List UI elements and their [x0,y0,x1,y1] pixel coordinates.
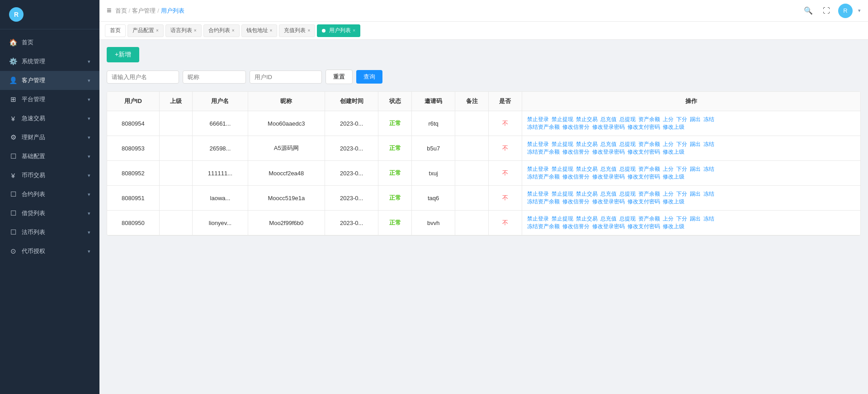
action-资产余额-0[interactable]: 资产余额 [638,116,660,123]
nickname-input[interactable] [183,70,246,84]
action-总提现-4[interactable]: 总提现 [619,215,636,223]
action-冻结资产余额-3[interactable]: 冻结资产余额 [527,198,560,206]
action-禁止交易-2[interactable]: 禁止交易 [576,165,598,173]
sidebar-item-wealth[interactable]: ⚙ 理财产品 ▾ [0,128,99,147]
action-修改上级-0[interactable]: 修改上级 [663,123,684,131]
action-修改登录密码-4[interactable]: 修改登录密码 [592,223,625,230]
action-修改信誉分-1[interactable]: 修改信誉分 [562,148,590,156]
action-总充值-4[interactable]: 总充值 [600,215,617,223]
action-总提现-0[interactable]: 总提现 [619,116,636,123]
tab-product_config[interactable]: 产品配置 × [127,24,164,37]
action-修改信誉分-3[interactable]: 修改信誉分 [562,198,590,206]
action-修改支付密码-2[interactable]: 修改支付密码 [627,173,660,181]
action-修改支付密码-0[interactable]: 修改支付密码 [627,123,660,131]
tab-close-lang_list[interactable]: × [194,28,197,33]
action-冻结资产余额-1[interactable]: 冻结资产余额 [527,148,560,156]
action-冻结资产余额-4[interactable]: 冻结资产余额 [527,223,560,230]
action-踢出-3[interactable]: 踢出 [690,190,701,198]
action-资产余额-2[interactable]: 资产余额 [638,165,660,173]
sidebar-item-quick_trade[interactable]: ¥ 急速交易 ▾ [0,109,99,128]
action-修改信誉分-4[interactable]: 修改信誉分 [562,223,590,230]
sidebar-item-loan[interactable]: ☐ 借贷列表 ▾ [0,204,99,223]
tab-close-recharge_list[interactable]: × [307,28,310,33]
query-button[interactable]: 查询 [356,70,382,84]
action-冻结-0[interactable]: 冻结 [703,116,714,123]
action-下分-4[interactable]: 下分 [676,215,687,223]
action-总充值-3[interactable]: 总充值 [600,190,617,198]
action-上分-0[interactable]: 上分 [663,116,674,123]
breadcrumb-management[interactable]: 客户管理 [132,7,156,15]
sidebar-item-platform[interactable]: ⊞ 平台管理 ▾ [0,90,99,109]
action-冻结资产余额-2[interactable]: 冻结资产余额 [527,173,560,181]
action-禁止提现-2[interactable]: 禁止提现 [552,165,573,173]
tab-close-contract_list[interactable]: × [232,28,235,33]
action-上分-1[interactable]: 上分 [663,141,674,148]
action-冻结-3[interactable]: 冻结 [703,190,714,198]
action-禁止交易-1[interactable]: 禁止交易 [576,141,598,148]
action-冻结-1[interactable]: 冻结 [703,141,714,148]
reset-button[interactable]: 重置 [326,70,353,84]
action-修改上级-2[interactable]: 修改上级 [663,173,684,181]
action-禁止交易-3[interactable]: 禁止交易 [576,190,598,198]
action-禁止登录-2[interactable]: 禁止登录 [527,165,549,173]
action-冻结-2[interactable]: 冻结 [703,165,714,173]
action-冻结资产余额-0[interactable]: 冻结资产余额 [527,123,560,131]
breadcrumb-home[interactable]: 首页 [115,7,127,15]
sidebar-item-customer[interactable]: 👤 客户管理 ▾ [0,71,99,90]
action-禁止登录-0[interactable]: 禁止登录 [527,116,549,123]
action-下分-3[interactable]: 下分 [676,190,687,198]
action-修改上级-3[interactable]: 修改上级 [663,198,684,206]
action-总提现-1[interactable]: 总提现 [619,141,636,148]
action-下分-0[interactable]: 下分 [676,116,687,123]
action-总充值-1[interactable]: 总充值 [600,141,617,148]
tab-close-wallet_addr[interactable]: × [270,28,273,33]
action-修改信誉分-0[interactable]: 修改信誉分 [562,123,590,131]
sidebar-item-home[interactable]: 🏠 首页 [0,33,99,52]
action-资产余额-3[interactable]: 资产余额 [638,190,660,198]
action-修改登录密码-1[interactable]: 修改登录密码 [592,148,625,156]
tab-close-user_list[interactable]: × [353,28,355,33]
sidebar-item-fiat[interactable]: ☐ 法币列表 ▾ [0,223,99,242]
userid-input[interactable] [250,70,322,84]
action-修改上级-1[interactable]: 修改上级 [663,148,684,156]
action-上分-3[interactable]: 上分 [663,190,674,198]
action-踢出-1[interactable]: 踢出 [690,141,701,148]
action-禁止登录-4[interactable]: 禁止登录 [527,215,549,223]
action-修改支付密码-4[interactable]: 修改支付密码 [627,223,660,230]
action-修改支付密码-3[interactable]: 修改支付密码 [627,198,660,206]
tab-recharge_list[interactable]: 充值列表 × [279,24,315,37]
tab-close-product_config[interactable]: × [156,28,159,33]
add-button[interactable]: +新增 [107,47,139,62]
tab-wallet_addr[interactable]: 钱包地址 × [241,24,278,37]
action-下分-2[interactable]: 下分 [676,165,687,173]
action-总提现-3[interactable]: 总提现 [619,190,636,198]
sidebar-item-system[interactable]: ⚙️ 系统管理 ▾ [0,52,99,71]
search-icon[interactable]: 🔍 [802,5,815,17]
action-修改登录密码-0[interactable]: 修改登录密码 [592,123,625,131]
action-资产余额-4[interactable]: 资产余额 [638,215,660,223]
action-上分-4[interactable]: 上分 [663,215,674,223]
action-踢出-4[interactable]: 踢出 [690,215,701,223]
action-禁止提现-0[interactable]: 禁止提现 [552,116,573,123]
sidebar-item-contract[interactable]: ☐ 合约列表 ▾ [0,185,99,204]
action-禁止交易-0[interactable]: 禁止交易 [576,116,598,123]
action-上分-2[interactable]: 上分 [663,165,674,173]
action-禁止提现-3[interactable]: 禁止提现 [552,190,573,198]
action-修改上级-4[interactable]: 修改上级 [663,223,684,230]
action-修改支付密码-1[interactable]: 修改支付密码 [627,148,660,156]
action-修改登录密码-2[interactable]: 修改登录密码 [592,173,625,181]
action-总提现-2[interactable]: 总提现 [619,165,636,173]
menu-toggle-icon[interactable]: ≡ [107,6,112,15]
action-总充值-2[interactable]: 总充值 [600,165,617,173]
fullscreen-icon[interactable]: ⛶ [820,5,833,17]
action-修改登录密码-3[interactable]: 修改登录密码 [592,198,625,206]
action-踢出-2[interactable]: 踢出 [690,165,701,173]
action-下分-1[interactable]: 下分 [676,141,687,148]
avatar[interactable]: R [838,4,853,18]
username-input[interactable] [107,70,179,84]
avatar-dropdown-icon[interactable]: ▾ [858,8,861,14]
action-禁止登录-1[interactable]: 禁止登录 [527,141,549,148]
sidebar-item-token_auth[interactable]: ⊙ 代币授权 ▾ [0,242,99,261]
sidebar-item-coin_trade[interactable]: ¥ 币币交易 ▾ [0,166,99,185]
tab-home[interactable]: 首页 [105,24,126,37]
